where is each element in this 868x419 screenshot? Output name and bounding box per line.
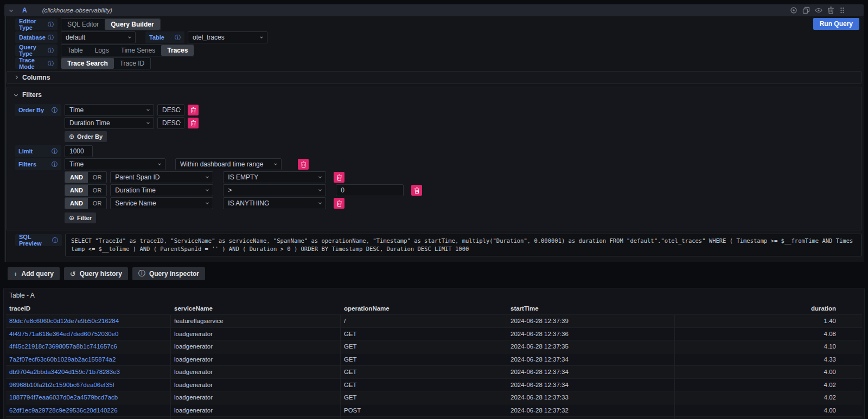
trace-link[interactable]: 1887794f7eaa6037d0e2a4579bcd7acb [9,394,118,401]
filter-field-select[interactable]: Service Name [110,197,213,209]
chevron-down-icon [206,175,209,178]
chevron-down-icon [274,162,277,165]
history-icon: ↺ [70,270,76,278]
or-option[interactable]: OR [88,198,107,209]
and-option[interactable]: AND [65,172,88,183]
limit-label: Limit ⓘ [15,145,61,157]
start-time-cell: 2024-06-28 12:37:39 [507,315,675,327]
trace-link[interactable]: 89dc7e8c6060c0d12de7e9b50c216284 [9,318,119,324]
operation-name-cell: GET [341,417,507,419]
run-query-button[interactable]: Run Query [813,18,859,30]
filter-field-select[interactable]: Parent Span ID [110,171,213,183]
info-icon[interactable]: ⓘ [175,35,181,41]
info-icon[interactable]: ⓘ [48,48,54,54]
column-header-traceid[interactable]: traceID [6,302,171,314]
table-row: 4f45c21918c73698057a8b1c741657c6 loadgen… [6,340,862,353]
disable-query-icon[interactable] [790,7,797,14]
duration-cell: 4.02 [675,417,862,419]
editor-type-option-sql-editor[interactable]: SQL Editor [61,19,105,30]
trace-mode-option-trace-search[interactable]: Trace Search [61,58,114,69]
table-row: 89dc7e8c6060c0d12de7e9b50c216284 feature… [6,314,862,327]
query-type-option-traces[interactable]: Traces [161,45,194,56]
order-by-field-select[interactable]: Time [65,104,154,116]
query-type-option-logs[interactable]: Logs [89,45,115,56]
or-option[interactable]: OR [88,172,107,183]
collapse-chevron-icon[interactable] [9,8,13,11]
query-actions [790,4,845,16]
filter-operator-select[interactable]: IS EMPTY [223,171,326,183]
chevron-down-icon [206,188,209,191]
table-row: 62df1ec9a29728c9e29536c20d140226 loadgen… [6,404,862,417]
service-name-cell: loadgenerator [171,391,341,404]
table-row: 1887794f7eaa6037d0e2a4579bcd7acb loadgen… [6,391,862,404]
info-icon[interactable]: ⓘ [52,107,58,113]
column-header-duration[interactable]: duration [675,302,862,314]
chevron-down-icon [319,188,322,191]
filter-value-input[interactable] [336,184,404,196]
order-by-direction-select[interactable]: DESC [157,104,184,116]
column-header-starttime[interactable]: startTime [507,302,675,314]
chevron-down-icon [128,35,131,38]
trace-link[interactable]: 4f45c21918c73698057a8b1c741657c6 [9,343,117,350]
info-icon[interactable]: ⓘ [48,61,54,67]
filter-operator-select[interactable]: IS ANYTHING [223,197,326,209]
trace-link[interactable]: 4f497571a618e364ed7ded60752030e0 [9,331,118,337]
plus-circle-icon: ⊕ [69,133,74,140]
duration-cell: 1.40 [675,315,862,327]
query-type-option-table[interactable]: Table [61,45,89,56]
add-query-button[interactable]: + Add query [8,267,60,280]
or-option[interactable]: OR [88,185,107,196]
editor-type-option-query-builder[interactable]: Query Builder [105,19,159,30]
and-option[interactable]: AND [65,198,88,209]
filter-operator-select[interactable]: > [223,184,326,196]
query-history-button[interactable]: ↺ Query history [64,267,128,280]
order-by-direction-select[interactable]: DESC [157,117,184,129]
info-icon[interactable]: ⓘ [48,35,54,41]
query-row-header[interactable]: A (clickhouse-observability) [4,4,864,16]
table-select[interactable]: otel_traces [188,31,267,43]
order-by-field-select[interactable]: Duration Time [65,117,154,129]
remove-filter-button[interactable] [298,159,309,170]
start-time-cell: 2024-06-28 12:37:34 [507,379,675,391]
trace-link[interactable]: db9704a2bbda34204d159c71b78283e3 [9,369,120,375]
remove-filter-button[interactable] [334,198,344,209]
drag-handle-icon[interactable] [839,7,845,14]
trace-link[interactable]: 7a2f07ecf63c60b1029ab2ac155874a2 [9,356,116,363]
hide-response-eye-icon[interactable] [815,7,822,14]
column-header-servicename[interactable]: serviceName [171,302,341,314]
add-order-by-button[interactable]: ⊕ Order By [65,131,107,142]
duration-cell: 4.02 [675,391,862,404]
start-time-cell: 2024-06-28 12:37:34 [507,353,675,366]
duration-cell: 4.33 [675,353,862,366]
limit-input[interactable] [65,145,93,157]
filters-section-header[interactable]: Filters [15,91,856,99]
table-label: Table ⓘ [145,31,184,43]
add-filter-button[interactable]: ⊕ Filter [65,212,96,223]
remove-order-by-button[interactable] [188,105,199,115]
query-type-toggle: Table Logs Time Series Traces [61,44,194,56]
trace-mode-option-trace-id[interactable]: Trace ID [114,58,151,69]
database-label: Database ⓘ [15,31,58,43]
info-icon[interactable]: ⓘ [52,162,58,167]
info-icon[interactable]: ⓘ [52,237,58,243]
remove-query-trash-icon[interactable] [827,7,834,14]
info-icon[interactable]: ⓘ [52,149,58,154]
service-name-cell: loadgenerator [171,353,341,366]
info-icon[interactable]: ⓘ [48,22,54,28]
trace-link[interactable]: 62df1ec9a29728c9e29536c20d140226 [9,407,118,414]
remove-order-by-button[interactable] [188,118,199,128]
filter-field-select[interactable]: Time [65,158,165,170]
trace-mode-label: Trace Mode ⓘ [15,57,58,69]
column-header-operationname[interactable]: operationName [341,302,507,314]
query-type-option-time-series[interactable]: Time Series [115,45,162,56]
duplicate-query-icon[interactable] [802,7,810,14]
trace-link[interactable]: 96968b10fa2b2c1590bc67dea06ef35f [9,382,114,388]
columns-section-header[interactable]: Columns [7,71,861,84]
remove-filter-button[interactable] [334,172,344,183]
filter-operator-select[interactable]: Within dashboard time range [175,158,282,170]
query-inspector-button[interactable]: ⓘ Query inspector [132,267,205,280]
and-option[interactable]: AND [65,185,88,196]
remove-filter-button[interactable] [411,185,422,196]
database-select[interactable]: default [61,31,136,43]
filter-field-select[interactable]: Duration Time [110,184,213,196]
